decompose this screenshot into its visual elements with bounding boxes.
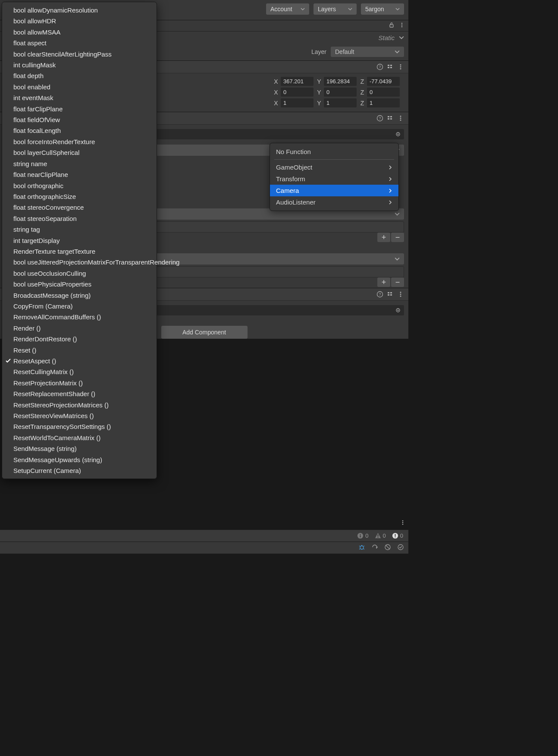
warn-count[interactable]: 0 (372, 532, 389, 540)
layers-dropdown[interactable]: Layers (313, 3, 357, 15)
camera-method-item[interactable]: Render () (2, 323, 157, 334)
scale-x[interactable]: 1 (281, 98, 313, 107)
account-dropdown[interactable]: Account (266, 3, 309, 15)
check-circle-icon[interactable] (397, 544, 404, 552)
camera-method-item[interactable]: float stereoConvergence (2, 202, 157, 213)
camera-method-item[interactable]: float nearClipPlane (2, 169, 157, 180)
autorefresh-icon[interactable] (371, 544, 378, 552)
svg-rect-9 (390, 67, 392, 68)
layout-dropdown[interactable]: 5argon (361, 3, 404, 15)
camera-method-item[interactable]: string tag (2, 224, 157, 235)
preset-icon[interactable] (387, 63, 394, 70)
svg-text:?: ? (379, 65, 381, 69)
rot-z[interactable]: 0 (367, 88, 400, 97)
menu-item-gameobject[interactable]: GameObject (270, 161, 398, 173)
help-icon[interactable]: ? (376, 291, 383, 298)
camera-method-item[interactable]: SendMessage (string) (2, 443, 157, 454)
camera-method-item[interactable]: ResetCullingMatrix () (2, 366, 157, 377)
svg-rect-42 (377, 537, 378, 538)
camera-method-item[interactable]: bool allowMSAA (2, 27, 157, 38)
camera-method-item[interactable]: float orthographicSize (2, 191, 157, 202)
object-picker-icon[interactable] (395, 308, 401, 313)
camera-method-item[interactable]: float stereoSeparation (2, 213, 157, 224)
caret-down-icon[interactable] (399, 35, 404, 41)
remove-event-button[interactable]: − (391, 233, 404, 242)
camera-method-item[interactable]: ResetProjectionMatrix () (2, 378, 157, 388)
camera-method-item[interactable]: int targetDisplay (2, 235, 157, 246)
pos-y[interactable]: 196.2834 (324, 77, 357, 86)
camera-method-item[interactable]: string name (2, 158, 157, 169)
scale-y[interactable]: 1 (324, 98, 357, 107)
camera-method-label: bool allowHDR (13, 17, 56, 25)
help-icon[interactable]: ? (376, 63, 383, 70)
menu-item-camera[interactable]: Camera (270, 185, 398, 196)
camera-method-item[interactable]: CopyFrom (Camera) (2, 301, 157, 312)
kebab-icon[interactable] (397, 63, 404, 70)
add-event-button[interactable]: + (377, 233, 390, 242)
camera-method-item[interactable]: int eventMask (2, 92, 157, 103)
camera-method-item[interactable]: bool usePhysicalProperties (2, 279, 157, 290)
error-count[interactable]: 0 (389, 532, 406, 540)
rot-x[interactable]: 0 (281, 88, 313, 97)
scale-z[interactable]: 1 (367, 98, 400, 107)
pos-z[interactable]: -77.0439 (367, 77, 400, 86)
camera-method-item[interactable]: float fieldOfView (2, 114, 157, 125)
camera-method-label: bool useOcclusionCulling (13, 270, 86, 277)
camera-method-item[interactable]: ResetReplacementShader () (2, 388, 157, 399)
camera-method-item[interactable]: RenderTexture targetTexture (2, 246, 157, 257)
help-icon[interactable]: ? (376, 115, 383, 122)
kebab-icon[interactable] (399, 22, 405, 29)
camera-method-item[interactable]: bool clearStencilAfterLightingPass (2, 49, 157, 60)
kebab-icon[interactable] (400, 520, 406, 527)
camera-method-item[interactable]: float focalLength (2, 125, 157, 136)
camera-method-item[interactable]: bool forceIntoRenderTexture (2, 136, 157, 147)
pos-x[interactable]: 367.201 (281, 77, 313, 86)
globe-disabled-icon[interactable] (384, 544, 391, 552)
camera-method-item[interactable]: ResetAspect () (2, 356, 157, 366)
camera-method-label: ResetStereoProjectionMatrices () (13, 401, 109, 409)
camera-method-label: bool enabled (13, 83, 50, 91)
object-picker-icon[interactable] (395, 132, 401, 137)
camera-method-item[interactable]: ResetStereoProjectionMatrices () (2, 400, 157, 410)
svg-point-23 (398, 134, 399, 135)
preset-icon[interactable] (387, 291, 394, 298)
svg-point-10 (400, 64, 401, 66)
camera-method-item[interactable]: float aspect (2, 38, 157, 48)
camera-method-item[interactable]: Reset () (2, 345, 157, 356)
camera-method-item[interactable]: ResetStereoViewMatrices () (2, 410, 157, 421)
svg-rect-29 (390, 294, 392, 296)
camera-method-item[interactable]: SendMessageUpwards (string) (2, 454, 157, 465)
camera-method-item[interactable]: bool allowDynamicResolution (2, 5, 157, 16)
camera-method-item[interactable]: int cullingMask (2, 60, 157, 70)
camera-method-item[interactable]: bool orthographic (2, 180, 157, 191)
rot-y[interactable]: 0 (324, 88, 357, 97)
camera-method-item[interactable]: SetupCurrent (Camera) (2, 465, 157, 476)
bug-icon[interactable] (358, 544, 365, 552)
svg-point-11 (400, 66, 401, 68)
camera-method-item[interactable]: ResetWorldToCameraMatrix () (2, 432, 157, 443)
kebab-icon[interactable] (397, 115, 404, 122)
menu-item-audiolistener[interactable]: AudioListener (270, 196, 398, 208)
camera-method-item[interactable]: RemoveAllCommandBuffers () (2, 312, 157, 322)
camera-method-item[interactable]: BroadcastMessage (string) (2, 290, 157, 301)
camera-method-item[interactable]: bool useOcclusionCulling (2, 268, 157, 279)
lock-icon[interactable] (389, 22, 395, 29)
camera-method-item[interactable]: bool useJitteredProjectionMatrixForTrans… (2, 257, 157, 268)
add-component-button[interactable]: Add Component (161, 326, 248, 339)
add-event-button[interactable]: + (377, 277, 390, 287)
kebab-icon[interactable] (397, 291, 404, 298)
camera-method-item[interactable]: bool allowHDR (2, 16, 157, 26)
camera-method-item[interactable]: ResetTransparencySortSettings () (2, 421, 157, 432)
camera-method-item[interactable]: bool enabled (2, 82, 157, 92)
camera-method-item[interactable]: bool layerCullSpherical (2, 147, 157, 158)
info-count[interactable]: 0 (354, 532, 371, 540)
x-label: X (273, 78, 279, 85)
preset-icon[interactable] (387, 115, 394, 122)
camera-method-item[interactable]: float farClipPlane (2, 104, 157, 114)
layer-dropdown[interactable]: Default (331, 47, 404, 57)
remove-event-button[interactable]: − (391, 277, 404, 287)
camera-method-item[interactable]: float depth (2, 70, 157, 81)
camera-method-item[interactable]: RenderDontRestore () (2, 334, 157, 344)
menu-item-no-function[interactable]: No Function (270, 146, 398, 158)
menu-item-transform[interactable]: Transform (270, 173, 398, 185)
